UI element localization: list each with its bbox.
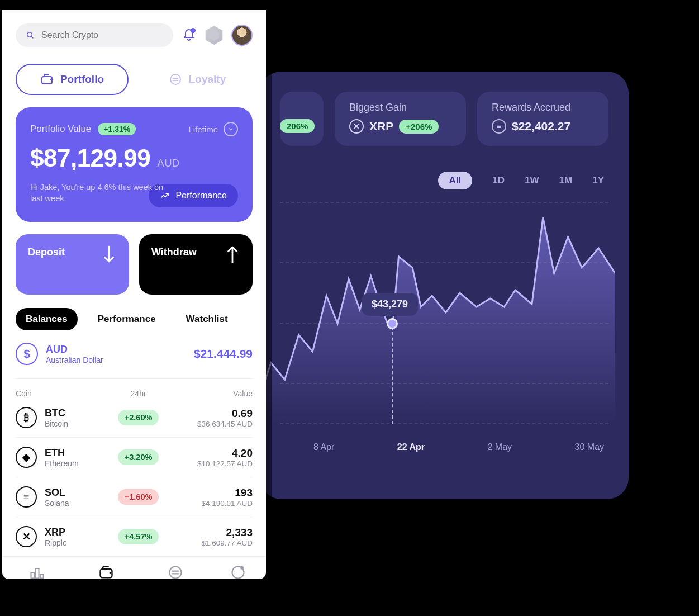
- loyalty-icon: [169, 73, 182, 86]
- search-icon: [26, 30, 35, 40]
- coin-name: Ripple: [45, 538, 67, 547]
- range-1w[interactable]: 1W: [525, 175, 539, 186]
- fiat-symbol: AUD: [46, 344, 103, 356]
- coin-name: Bitcoin: [45, 419, 68, 428]
- range-1d[interactable]: 1D: [492, 175, 505, 186]
- coin-icon: ≡: [16, 486, 37, 508]
- nav-chat[interactable]: Chat: [230, 565, 246, 579]
- table-row[interactable]: ≡SOLSolana−1.60%193$4,190.01 AUD: [16, 477, 253, 517]
- portfolio-value-label: Portfolio Value: [30, 124, 91, 135]
- stat-value: $22,402.27: [512, 120, 570, 133]
- x-tick: 30 May: [575, 442, 604, 452]
- nav-buy-sell[interactable]: Buy/ Sell: [22, 565, 51, 579]
- chart-x-axis: 8 Apr 22 Apr 2 May 30 May: [280, 442, 608, 452]
- col-24h: 24hr: [109, 389, 168, 398]
- performance-dashboard: 206% Biggest Gain ✕ XRP +206% Rewards Ac…: [260, 72, 629, 499]
- holding-amount: 0.69: [168, 407, 253, 420]
- stat-card-biggest-gain[interactable]: Biggest Gain ✕ XRP +206%: [335, 92, 466, 146]
- portfolio-app: Portfolio Loyalty Portfolio Value +1.31%…: [2, 10, 266, 579]
- search-input[interactable]: [41, 30, 163, 40]
- portfolio-change-pill: +1.31%: [98, 123, 136, 135]
- range-all[interactable]: All: [438, 172, 473, 189]
- coin-symbol: ETH: [45, 447, 79, 459]
- stat-card-rewards[interactable]: Rewards Accrued ≡ $22,402.27: [477, 92, 608, 146]
- rewards-icon: ≡: [492, 119, 506, 134]
- coin-icon: ◆: [16, 447, 37, 468]
- tab-performance[interactable]: Performance: [88, 308, 166, 330]
- coin-symbol: XRP: [45, 527, 67, 538]
- change-pill: +3.20%: [118, 449, 159, 465]
- stat-symbol: XRP: [369, 120, 393, 133]
- table-row[interactable]: ✕XRPRipple+4.57%2,333$1,609.77 AUD: [16, 517, 253, 556]
- fiat-value: $21.444.99: [194, 347, 253, 361]
- holding-value: $4,190.01 AUD: [168, 499, 253, 508]
- range-label: Lifetime: [188, 125, 218, 134]
- svg-rect-6: [31, 572, 34, 579]
- table-row[interactable]: ◆ETHEthereum+3.20%4.20$10,122.57 AUD: [16, 438, 253, 477]
- arrow-up-icon: [225, 244, 240, 264]
- tab-watchlist[interactable]: Watchlist: [176, 308, 238, 330]
- portfolio-tab-label: Portfolio: [60, 73, 104, 86]
- chart-tooltip: $43,279: [362, 293, 418, 316]
- svg-rect-7: [35, 568, 39, 579]
- holding-value: $10,122.57 AUD: [168, 459, 253, 468]
- fiat-name: Australian Dollar: [46, 356, 103, 364]
- tier-badge-icon[interactable]: [205, 26, 224, 45]
- rewards-icon: [168, 565, 183, 579]
- coin-icon: ✕: [16, 526, 37, 547]
- col-value: Value: [168, 389, 253, 398]
- svg-point-12: [241, 567, 243, 569]
- section-toggle: Portfolio Loyalty: [16, 64, 253, 95]
- withdraw-button[interactable]: Withdraw: [139, 234, 253, 295]
- dollar-icon: $: [16, 343, 38, 365]
- portfolio-currency: AUD: [157, 157, 179, 169]
- range-1y[interactable]: 1Y: [592, 175, 604, 186]
- list-tabs: Balances Performance Watchlist: [16, 308, 253, 330]
- tab-balances[interactable]: Balances: [16, 308, 78, 330]
- performance-button-label: Performance: [175, 191, 227, 201]
- svg-rect-8: [40, 575, 43, 579]
- table-row[interactable]: ₿BTCBitcoin+2.60%0.69$36,634.45 AUD: [16, 398, 253, 438]
- arrow-down-icon: [101, 244, 117, 264]
- holding-amount: 193: [168, 487, 253, 499]
- table-header: Coin 24hr Value: [16, 389, 253, 398]
- stat-title: Rewards Accrued: [492, 102, 594, 113]
- search-input-wrap[interactable]: [16, 23, 173, 47]
- loyalty-tab-label: Loyalty: [189, 73, 226, 86]
- holding-value: $1,609.77 AUD: [168, 539, 253, 547]
- wallet-icon: [40, 73, 54, 86]
- chart-selected-point: [387, 318, 398, 329]
- stat-cards: 206% Biggest Gain ✕ XRP +206% Rewards Ac…: [280, 92, 608, 146]
- svg-line-1: [31, 36, 33, 38]
- wallet-icon: [98, 565, 114, 579]
- notification-dot: [191, 28, 196, 33]
- nav-portfolio[interactable]: Portfolio: [91, 565, 121, 579]
- profile-avatar[interactable]: [231, 25, 253, 46]
- blank: [280, 102, 309, 113]
- holdings-list: ₿BTCBitcoin+2.60%0.69$36,634.45 AUD◆ETHE…: [16, 398, 253, 556]
- range-dropdown[interactable]: [224, 122, 238, 136]
- nav-rewards[interactable]: Rewards: [161, 565, 190, 579]
- change-pill: 206%: [280, 119, 315, 133]
- notifications-button[interactable]: [181, 27, 197, 43]
- portfolio-tab[interactable]: Portfolio: [16, 64, 129, 95]
- loyalty-tab[interactable]: Loyalty: [142, 64, 253, 95]
- col-coin: Coin: [16, 389, 109, 398]
- change-pill: +2.60%: [118, 410, 159, 425]
- performance-chart[interactable]: $43,279 8 Apr 22 Apr 2 May 30 May: [280, 195, 608, 458]
- range-1m[interactable]: 1M: [559, 175, 573, 186]
- fiat-balance-row[interactable]: $ AUD Australian Dollar $21.444.99: [16, 343, 253, 379]
- holding-amount: 2,333: [168, 527, 253, 539]
- area-plot: [260, 195, 615, 424]
- holding-value: $36,634.45 AUD: [168, 420, 253, 428]
- portfolio-message: Hi Jake, You're up 4.6% this week on las…: [30, 182, 164, 204]
- deposit-withdraw-row: Deposit Withdraw: [16, 234, 253, 295]
- deposit-button[interactable]: Deposit: [16, 234, 129, 295]
- change-pill: +4.57%: [118, 529, 159, 544]
- svg-point-3: [170, 74, 180, 84]
- stat-card-partial: 206%: [280, 92, 324, 146]
- portfolio-value: $87,129.99: [30, 144, 150, 172]
- x-tick: 2 May: [487, 442, 512, 452]
- x-tick-active: 22 Apr: [397, 442, 425, 452]
- portfolio-value-card: Portfolio Value +1.31% Lifetime $87,129.…: [16, 107, 253, 222]
